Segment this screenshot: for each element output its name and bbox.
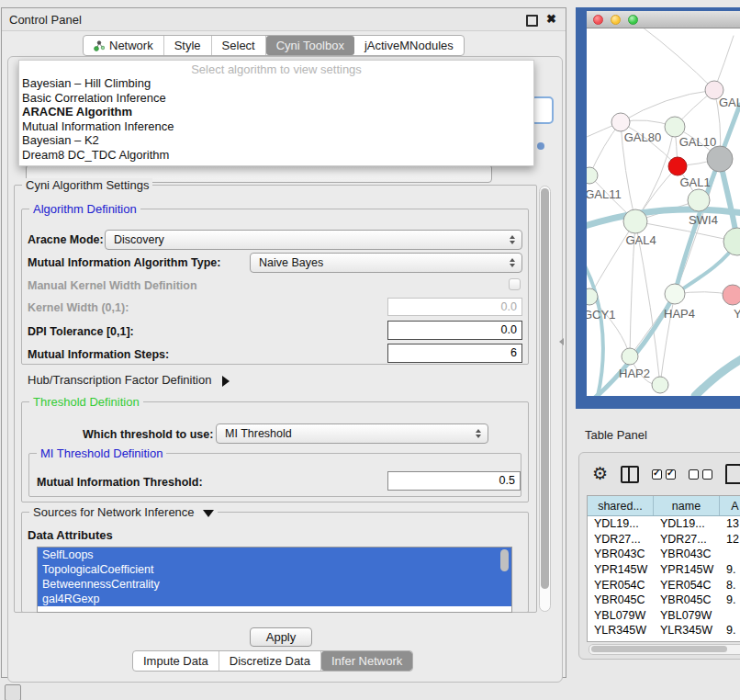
minimize-traffic-light-icon[interactable] — [611, 15, 621, 25]
network-node[interactable] — [688, 189, 710, 211]
select-all-icon[interactable] — [652, 469, 676, 480]
table-cell: YBR043C — [654, 548, 720, 560]
table-toolbar: ⚙ — [592, 464, 740, 484]
network-edge[interactable] — [621, 90, 714, 122]
data-attributes-list[interactable]: SelfLoopsTopologicalCoefficientBetweenne… — [37, 547, 512, 613]
table-row[interactable]: YLR345WYLR345W9. — [588, 623, 740, 638]
network-view-window[interactable]: GALGAL80GAL10GAL1SWI4GAL11GAL4GCY1HAP4YH… — [576, 7, 740, 409]
hub-section-toggle[interactable]: Hub/Transcription Factor Definition — [28, 373, 230, 387]
table-cell: 9. — [720, 563, 740, 576]
network-node[interactable] — [622, 348, 638, 365]
table-cell: YIL052C — [654, 639, 720, 642]
network-node[interactable] — [723, 228, 740, 255]
which-threshold-combo[interactable]: MI Threshold — [216, 423, 488, 444]
network-node[interactable] — [652, 377, 668, 393]
attribute-list-item[interactable]: gal4RGexp — [38, 592, 511, 606]
network-canvas[interactable]: GALGAL80GAL10GAL1SWI4GAL11GAL4GCY1HAP4YH… — [587, 28, 740, 396]
node-label: HAP4 — [664, 307, 695, 321]
table-cell: YLR345W — [588, 624, 654, 637]
table-cell: YBL079W — [588, 609, 654, 622]
tab-cyni-toolbox[interactable]: Cyni Toolbox — [266, 36, 354, 55]
network-node[interactable] — [623, 209, 647, 233]
table-row[interactable]: YDR27...YDR27...12 — [588, 532, 740, 548]
zoom-traffic-light-icon[interactable] — [628, 15, 638, 25]
mi-steps-label: Mutual Information Steps: — [28, 348, 169, 361]
dropdown-item[interactable]: ARACNE Algorithm — [19, 105, 533, 119]
tab-network[interactable]: Network — [84, 36, 164, 55]
table-row[interactable]: YPR145WYPR145W9. — [588, 562, 740, 578]
close-icon[interactable]: ✖ — [546, 12, 556, 26]
tab-label: Style — [174, 39, 201, 52]
table-cell: YER054C — [588, 579, 654, 592]
network-node[interactable] — [665, 284, 685, 304]
network-edge[interactable] — [642, 28, 714, 90]
dpi-tolerance-field[interactable]: 0.0 — [387, 321, 522, 340]
network-node[interactable] — [611, 113, 630, 131]
list-scrollbar[interactable] — [500, 549, 509, 571]
attribute-list-item[interactable]: SelfLoops — [38, 548, 511, 562]
dropdown-items: Bayesian – Hill ClimbingBasic Correlatio… — [19, 76, 533, 162]
dropdown-item[interactable]: Bayesian – Hill Climbing — [19, 76, 533, 91]
scrollbar-thumb[interactable] — [541, 188, 549, 589]
minimized-panel-icon[interactable] — [5, 684, 21, 700]
attribute-list-item[interactable]: BetweennessCentrality — [38, 577, 511, 592]
gear-icon[interactable]: ⚙ — [592, 466, 608, 482]
column-header-name[interactable]: name — [654, 496, 720, 515]
tab-discretize-data[interactable]: Discretize Data — [219, 651, 321, 671]
table-cell: YBL079W — [654, 609, 720, 622]
network-node[interactable] — [723, 285, 740, 305]
table-row[interactable]: YER054CYER054C8. — [588, 577, 740, 593]
close-traffic-light-icon[interactable] — [593, 15, 603, 25]
attribute-list-item[interactable]: TopologicalCoefficient — [38, 562, 511, 577]
kernel-width-field[interactable]: 0.0 — [387, 298, 522, 316]
node-label: HAP2 — [619, 367, 650, 380]
columns-icon[interactable] — [621, 466, 639, 483]
mi-steps-field[interactable]: 6 — [387, 344, 522, 363]
network-edge-strong[interactable] — [587, 261, 603, 396]
tab-impute-data[interactable]: Impute Data — [133, 651, 219, 671]
column-header-shared-[interactable]: shared... — [588, 496, 654, 515]
aracne-mode-combo[interactable]: Discovery — [105, 230, 522, 250]
mi-algorithm-type-combo[interactable]: Naive Bayes — [250, 253, 522, 273]
table-row[interactable]: YIL052CYIL052C9 — [588, 638, 740, 642]
table-horizontal-scrollbar[interactable] — [589, 644, 740, 655]
sources-group-title[interactable]: Sources for Network Inference — [29, 505, 218, 519]
network-graph[interactable]: GALGAL80GAL10GAL1SWI4GAL11GAL4GCY1HAP4YH… — [587, 28, 740, 396]
tab-style[interactable]: Style — [164, 36, 212, 55]
table-row[interactable]: YBR043CYBR043C — [588, 547, 740, 562]
mi-threshold-field[interactable]: 0.5 — [387, 471, 521, 491]
network-node[interactable] — [668, 157, 687, 175]
table-cell: 9. — [720, 593, 740, 606]
deselect-all-icon[interactable] — [689, 469, 712, 480]
combo-stepper-icon — [510, 258, 515, 267]
network-edge-strong[interactable] — [695, 357, 740, 396]
network-edge[interactable] — [589, 297, 630, 356]
table-cell: YDR27... — [654, 533, 720, 546]
split-pane-handle[interactable] — [559, 338, 564, 345]
table-row[interactable]: YBR045CYBR045C9. — [588, 593, 740, 608]
manual-kernel-checkbox[interactable] — [509, 278, 521, 290]
network-node[interactable] — [665, 117, 685, 137]
tab-infer-network[interactable]: Infer Network — [321, 651, 412, 671]
tab-jactivemnodules[interactable]: jActiveMNodules — [354, 36, 464, 55]
table-cell: YDL19... — [654, 517, 720, 530]
tab-label: Impute Data — [143, 654, 208, 668]
table-row[interactable]: YDL19...YDL19...13 — [588, 516, 740, 532]
settings-scrollbar[interactable] — [539, 186, 551, 612]
network-node[interactable] — [707, 146, 733, 172]
scrollbar-thumb[interactable] — [591, 646, 727, 652]
float-window-icon[interactable] — [526, 15, 538, 27]
column-header-a[interactable]: A — [720, 496, 740, 515]
combo-value: Naive Bayes — [251, 256, 510, 269]
dropdown-item[interactable]: Basic Correlation Inference — [19, 91, 533, 106]
network-window-titlebar[interactable] — [587, 11, 740, 28]
dropdown-item[interactable]: Bayesian – K2 — [19, 133, 533, 148]
tab-select[interactable]: Select — [212, 36, 266, 55]
dropdown-item[interactable]: Dream8 DC_TDC Algorithm — [19, 148, 533, 163]
apply-button[interactable]: Apply — [250, 627, 312, 647]
table-cell: 12 — [720, 533, 740, 546]
network-node[interactable] — [587, 167, 598, 184]
table-row[interactable]: YBL079WYBL079W — [588, 608, 740, 624]
dropdown-item[interactable]: Mutual Information Inference — [19, 119, 533, 134]
sheet-icon[interactable] — [725, 464, 740, 484]
